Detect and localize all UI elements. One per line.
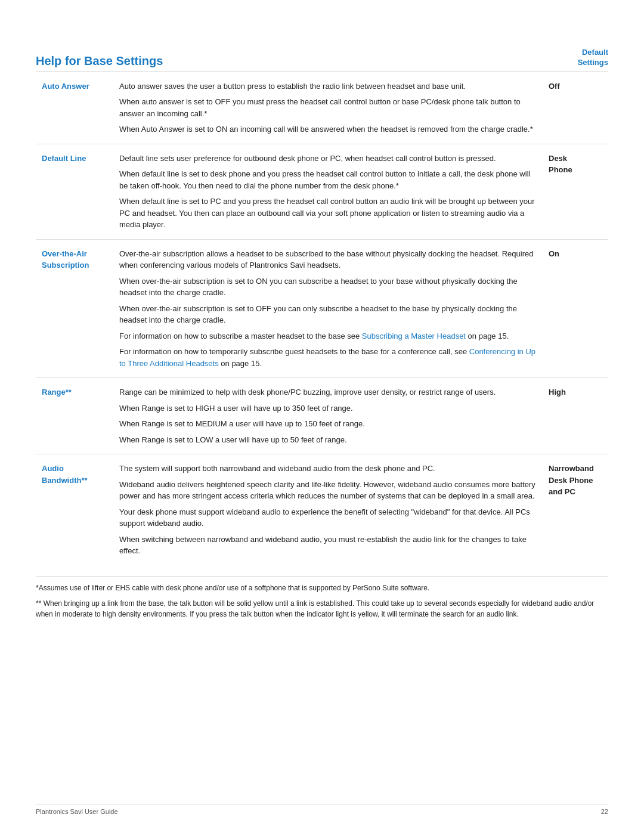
description-paragraph: For information on how to temporarily su… bbox=[119, 346, 537, 369]
description-paragraph: Default line sets user preference for ou… bbox=[119, 153, 537, 165]
setting-name: Auto Answer bbox=[36, 72, 113, 144]
default-settings-header: Default Settings bbox=[578, 48, 608, 68]
footer-right: 22 bbox=[601, 808, 608, 815]
setting-default: Off bbox=[543, 72, 608, 144]
footnotes: *Assumes use of lifter or EHS cable with… bbox=[36, 576, 608, 620]
description-paragraph: Auto answer saves the user a button pres… bbox=[119, 80, 537, 92]
description-paragraph: When over-the-air subscription is set to… bbox=[119, 303, 537, 326]
conferencing-link[interactable]: Conferencing in Up to Three Additional H… bbox=[119, 347, 535, 368]
table-row: Over-the-AirSubscriptionOver-the-air sub… bbox=[36, 239, 608, 378]
setting-description: Auto answer saves the user a button pres… bbox=[113, 72, 543, 144]
setting-default: On bbox=[543, 239, 608, 378]
master-headset-link[interactable]: Subscribing a Master Headset bbox=[362, 332, 466, 340]
description-paragraph: When Auto Answer is set to ON an incomin… bbox=[119, 123, 537, 135]
description-paragraph: Range can be minimized to help with desk… bbox=[119, 386, 537, 398]
description-paragraph: When default line is set to desk phone a… bbox=[119, 168, 537, 191]
table-row: AudioBandwidth**The system will support … bbox=[36, 454, 608, 565]
description-paragraph: When Range is set to HIGH a user will ha… bbox=[119, 402, 537, 414]
setting-default: High bbox=[543, 378, 608, 454]
setting-name: Over-the-AirSubscription bbox=[36, 239, 113, 378]
setting-description: Range can be minimized to help with desk… bbox=[113, 378, 543, 454]
setting-description: Default line sets user preference for ou… bbox=[113, 144, 543, 239]
table-row: Auto AnswerAuto answer saves the user a … bbox=[36, 72, 608, 144]
footnote-2: ** When bringing up a link from the base… bbox=[36, 598, 608, 620]
description-paragraph: When switching between narrowband and wi… bbox=[119, 534, 537, 557]
description-paragraph: When over-the-air subscription is set to… bbox=[119, 275, 537, 299]
description-paragraph: When Range is set to MEDIUM a user will … bbox=[119, 418, 537, 430]
description-paragraph: When default line is set to PC and you p… bbox=[119, 196, 537, 231]
description-paragraph: For information on how to subscribe a ma… bbox=[119, 330, 537, 342]
description-paragraph: Wideband audio delivers heightened speec… bbox=[119, 479, 537, 502]
setting-default: DeskPhone bbox=[543, 144, 608, 239]
description-paragraph: When auto answer is set to OFF you must … bbox=[119, 96, 537, 119]
description-paragraph: Your desk phone must support wideband au… bbox=[119, 506, 537, 529]
setting-description: The system will support both narrowband … bbox=[113, 454, 543, 565]
setting-description: Over-the-air subscription allows a heads… bbox=[113, 239, 543, 378]
settings-table: Auto AnswerAuto answer saves the user a … bbox=[36, 72, 608, 565]
description-paragraph: When Range is set to LOW a user will hav… bbox=[119, 434, 537, 446]
setting-name: Range** bbox=[36, 378, 113, 454]
setting-name: AudioBandwidth** bbox=[36, 454, 113, 565]
setting-name: Default Line bbox=[36, 144, 113, 239]
header-row: Help for Base Settings Default Settings bbox=[36, 48, 608, 72]
page-footer: Plantronics Savi User Guide 22 bbox=[36, 804, 608, 815]
table-row: Default LineDefault line sets user prefe… bbox=[36, 144, 608, 239]
table-row: Range**Range can be minimized to help wi… bbox=[36, 378, 608, 454]
page-title: Help for Base Settings bbox=[36, 54, 163, 68]
footnote-1: *Assumes use of lifter or EHS cable with… bbox=[36, 583, 608, 593]
page: Help for Base Settings Default Settings … bbox=[0, 0, 644, 833]
description-paragraph: The system will support both narrowband … bbox=[119, 463, 537, 475]
setting-default: NarrowbandDesk Phoneand PC bbox=[543, 454, 608, 565]
description-paragraph: Over-the-air subscription allows a heads… bbox=[119, 248, 537, 271]
footer-left: Plantronics Savi User Guide bbox=[36, 808, 118, 815]
